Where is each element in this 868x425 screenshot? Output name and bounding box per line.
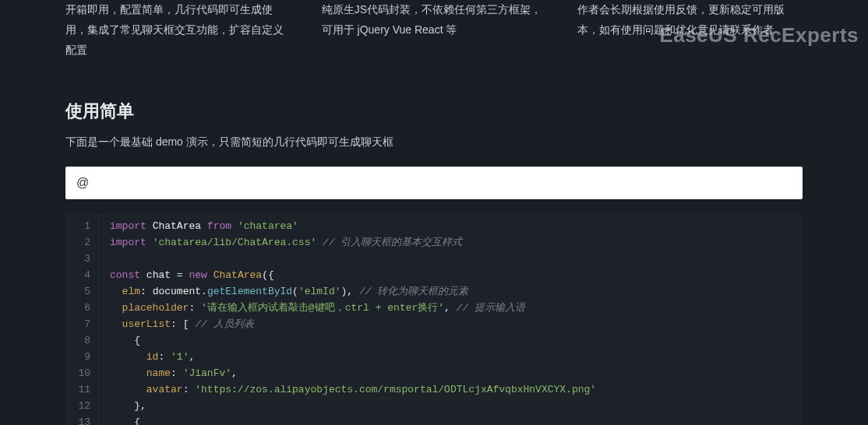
chat-demo-input[interactable]: @ xyxy=(65,167,803,199)
section-title: 使用简单 xyxy=(65,100,803,123)
code-example: 1234567891011121314 import ChatArea from… xyxy=(65,213,803,425)
section-desc: 下面是一个最基础 demo 演示，只需简短的几行代码即可生成聊天框 xyxy=(65,135,803,149)
feature-row: 开箱即用，配置简单，几行代码即可生成使用，集成了常见聊天框交互功能，扩容自定义配… xyxy=(65,0,803,61)
code-gutter: 1234567891011121314 xyxy=(65,213,99,425)
code-content: import ChatArea from 'chatarea' import '… xyxy=(99,213,607,425)
feature-item: 开箱即用，配置简单，几行代码即可生成使用，集成了常见聊天框交互功能，扩容自定义配… xyxy=(65,0,291,61)
feature-item: 纯原生JS代码封装，不依赖任何第三方框架，可用于 jQuery Vue Reac… xyxy=(322,0,547,61)
feature-item: 作者会长期根据使用反馈，更新稳定可用版本，如有使用问题和优化意见请联系作者 xyxy=(577,0,803,61)
